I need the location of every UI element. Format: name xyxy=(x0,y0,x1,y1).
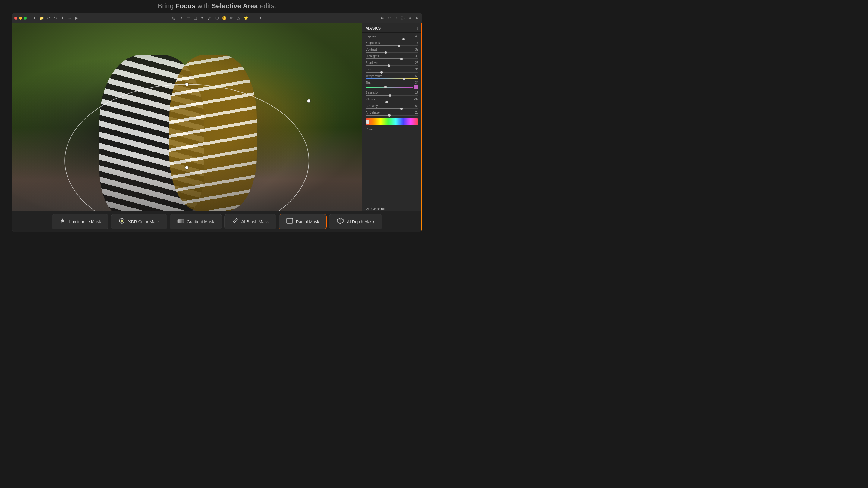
undo2-icon[interactable]: ↩ xyxy=(386,15,392,21)
brightness-track[interactable] xyxy=(366,45,418,46)
vibrance-track[interactable] xyxy=(366,101,418,102)
toolbar-folder-icon[interactable]: 📁 xyxy=(39,15,44,21)
blur-track[interactable] xyxy=(366,72,418,73)
settings-icon[interactable]: ⚙ xyxy=(407,15,412,21)
toolbar-info-icon[interactable]: ℹ xyxy=(60,15,65,21)
fullscreen-icon[interactable]: ⛶ xyxy=(400,15,406,21)
color-row: Color xyxy=(362,117,422,133)
rect-icon[interactable]: □ xyxy=(193,15,198,21)
blur-value: 34 xyxy=(415,68,418,71)
highlights-value: 36 xyxy=(415,55,418,58)
xdr-color-mask-btn[interactable]: XDR Color Mask xyxy=(111,214,167,229)
ai-dehaze-value: -20 xyxy=(414,111,418,114)
highlights-track[interactable] xyxy=(366,59,418,59)
shadows-value: -26 xyxy=(414,61,418,64)
temperature-value: 69 xyxy=(415,74,418,78)
minimize-btn[interactable] xyxy=(19,17,22,20)
ai-dehaze-track[interactable] xyxy=(366,115,418,116)
exposure-value: 45 xyxy=(415,35,418,38)
shape-icon[interactable]: △ xyxy=(236,15,241,21)
gradient-mask-btn[interactable]: Gradient Mask xyxy=(170,214,222,229)
ai-clarity-row: AI Clarity 54 xyxy=(362,103,422,110)
crop-icon[interactable]: ▭ xyxy=(185,15,191,21)
ai-brush-mask-btn[interactable]: AI Brush Mask xyxy=(224,214,276,229)
highlights-label: Highlights xyxy=(366,55,379,58)
sparkle-icon[interactable]: ✦ xyxy=(258,15,263,21)
contrast-track[interactable] xyxy=(366,52,418,53)
close-btn[interactable] xyxy=(14,17,18,20)
brightness-value: 17 xyxy=(415,41,418,44)
app-window: ⬆ 📁 ↩ ↪ ℹ ··· ▶ ◎ ⊕ ▭ □ ✒ 🖊 ⬡ 😊 ✏ △ ⭐ T … xyxy=(12,13,422,232)
brightness-label: Brightness xyxy=(366,41,380,44)
bottom-toolbar: Luminance Mask XDR Color Mask xyxy=(12,211,422,232)
toolbar-center: ◎ ⊕ ▭ □ ✒ 🖊 ⬡ 😊 ✏ △ ⭐ T ✦ xyxy=(171,15,263,21)
maximize-btn[interactable] xyxy=(24,17,27,20)
ai-dehaze-label: AI Dehaze xyxy=(366,111,380,114)
luminance-label: Luminance Mask xyxy=(69,219,101,224)
back-icon[interactable]: ⬅ xyxy=(379,15,385,21)
toolbar-more-icon[interactable]: ··· xyxy=(67,15,72,21)
tint-track[interactable] xyxy=(366,87,413,88)
title-middle: with xyxy=(195,2,212,10)
toolbar-play-icon[interactable]: ▶ xyxy=(73,15,79,21)
highlights-row: Highlights 36 xyxy=(362,54,422,60)
color-gradient[interactable] xyxy=(366,119,418,125)
brush-icon[interactable]: 🖊 xyxy=(207,15,213,21)
clear-all-label: Clear all xyxy=(371,207,384,211)
title-bar: Bring Focus with Selective Area edits. xyxy=(0,0,434,12)
ai-depth-label: AI Depth Mask xyxy=(347,219,375,224)
close-window-icon[interactable]: ✕ xyxy=(414,15,420,21)
mask-icon[interactable]: ⊕ xyxy=(178,15,184,21)
color-thumb[interactable] xyxy=(366,120,369,124)
color-label: Color xyxy=(366,128,373,131)
svg-rect-11 xyxy=(287,218,293,223)
filter-icon[interactable]: ◎ xyxy=(171,15,176,21)
tint-label: Tint xyxy=(366,81,370,84)
radial-label: Radial Mask xyxy=(296,219,319,224)
exposure-label: Exposure xyxy=(366,35,378,38)
toolbar: ⬆ 📁 ↩ ↪ ℹ ··· ▶ ◎ ⊕ ▭ □ ✒ 🖊 ⬡ 😊 ✏ △ ⭐ T … xyxy=(12,13,422,24)
toolbar-share-icon[interactable]: ⬆ xyxy=(32,15,37,21)
text-icon[interactable]: T xyxy=(250,15,256,21)
canvas-area[interactable] xyxy=(12,24,362,232)
vibrance-value: -37 xyxy=(414,98,418,101)
ai-depth-mask-btn[interactable]: AI Depth Mask xyxy=(329,214,382,229)
saturation-track[interactable] xyxy=(366,95,418,96)
toolbar-redo-icon[interactable]: ↪ xyxy=(53,15,58,21)
ai-depth-icon xyxy=(337,218,344,226)
active-indicator xyxy=(300,214,306,215)
masks-count: 1 xyxy=(416,27,418,30)
gradient-label: Gradient Mask xyxy=(187,219,214,224)
ai-clarity-track[interactable] xyxy=(366,108,418,109)
exposure-row: Exposure 45 xyxy=(362,34,422,40)
hex-icon[interactable]: ⬡ xyxy=(214,15,220,21)
tint-color-swatch[interactable] xyxy=(414,85,418,89)
title-bold1: Focus xyxy=(176,2,195,10)
main-content: MASKS 1 Exposure 45 xyxy=(12,24,422,232)
svg-rect-10 xyxy=(178,219,184,223)
toolbar-undo-icon[interactable]: ↩ xyxy=(46,15,51,21)
tint-row: Tint -34 xyxy=(362,80,422,90)
tint-value: -34 xyxy=(414,81,418,84)
masks-header: MASKS 1 xyxy=(362,24,422,33)
vibrance-row: Vibrance -37 xyxy=(362,97,422,103)
accent-bar xyxy=(421,24,422,232)
heal-icon[interactable]: ✒ xyxy=(200,15,205,21)
saturation-label: Saturation xyxy=(366,91,379,94)
temperature-track[interactable] xyxy=(366,78,418,79)
luminance-icon xyxy=(59,218,66,226)
ai-clarity-value: 54 xyxy=(415,104,418,107)
exposure-track[interactable] xyxy=(366,38,418,39)
sliders-area[interactable]: Exposure 45 Brightness 17 xyxy=(362,33,422,203)
star-icon[interactable]: ⭐ xyxy=(243,15,249,21)
radial-mask-btn[interactable]: Radial Mask xyxy=(279,214,327,229)
contrast-value: -39 xyxy=(414,48,418,51)
title-bold2: Selective Area xyxy=(212,2,258,10)
emoji-icon[interactable]: 😊 xyxy=(221,15,227,21)
photo-bg xyxy=(12,24,362,232)
pen-icon[interactable]: ✏ xyxy=(229,15,234,21)
shadows-label: Shadows xyxy=(366,61,378,64)
shadows-track[interactable] xyxy=(366,65,418,66)
redo2-icon[interactable]: ↪ xyxy=(393,15,399,21)
luminance-mask-btn[interactable]: Luminance Mask xyxy=(52,214,108,229)
